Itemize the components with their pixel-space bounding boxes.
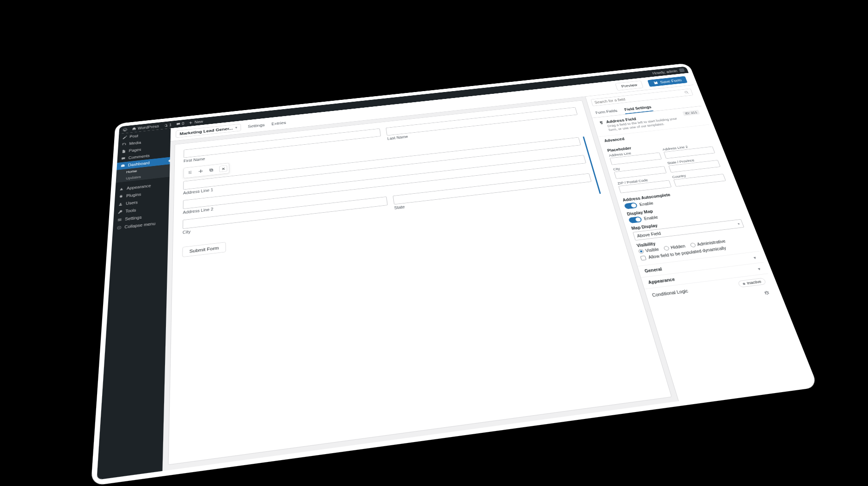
site-name: WordPress bbox=[138, 124, 159, 130]
chevron-down-icon: ▾ bbox=[737, 222, 740, 226]
tab-settings-link[interactable]: Settings bbox=[248, 123, 265, 128]
svg-point-12 bbox=[190, 172, 191, 172]
new-link[interactable]: New bbox=[189, 119, 203, 124]
tab-entries-link[interactable]: Entries bbox=[271, 120, 286, 126]
comments-count: 0 bbox=[182, 121, 184, 125]
save-icon bbox=[653, 80, 659, 85]
visibility-hidden-radio[interactable]: Hidden bbox=[663, 244, 686, 251]
preview-button[interactable]: Preview bbox=[615, 80, 644, 90]
move-icon[interactable] bbox=[196, 167, 205, 175]
svg-rect-2 bbox=[118, 218, 122, 219]
wp-logo[interactable] bbox=[122, 127, 128, 131]
save-form-button[interactable]: Save Form bbox=[648, 76, 688, 86]
drag-handle-icon[interactable] bbox=[186, 168, 195, 176]
wp-sidebar: Post Media Pages Comments Dashboard Home… bbox=[97, 128, 171, 480]
gear-icon[interactable] bbox=[763, 290, 771, 296]
chevron-down-icon: ▾ bbox=[753, 255, 757, 259]
svg-point-17 bbox=[685, 91, 688, 93]
paragraph-icon bbox=[598, 120, 604, 125]
autocomplete-enable-label: Enable bbox=[639, 201, 654, 207]
form-name: Marketing Lead Gener... bbox=[180, 126, 233, 135]
field-id-badge: ID: 211 bbox=[682, 110, 700, 116]
form-canvas: First Name Last Name ✕ Address Line 1 bbox=[168, 100, 672, 465]
svg-point-13 bbox=[189, 173, 190, 174]
new-label: New bbox=[195, 119, 203, 124]
updates-link[interactable]: 1 bbox=[163, 123, 171, 127]
svg-point-5 bbox=[118, 218, 119, 219]
autocomplete-toggle[interactable] bbox=[624, 202, 638, 209]
svg-point-10 bbox=[190, 171, 191, 172]
updates-count: 1 bbox=[169, 123, 171, 126]
display-map-enable-label: Enable bbox=[643, 215, 659, 221]
visibility-visible-radio[interactable]: Visible bbox=[638, 247, 660, 254]
submit-button[interactable]: Submit Form bbox=[182, 242, 226, 257]
svg-point-14 bbox=[190, 173, 191, 174]
chevron-down-icon: ▾ bbox=[235, 126, 237, 129]
comments-link[interactable]: 0 bbox=[176, 121, 184, 126]
howdy-text[interactable]: Howdy, admin bbox=[652, 69, 678, 75]
map-display-value: Above Field bbox=[636, 231, 661, 238]
svg-point-9 bbox=[189, 171, 190, 172]
delete-field-button[interactable]: ✕ bbox=[219, 165, 227, 172]
svg-point-7 bbox=[119, 220, 120, 221]
svg-point-6 bbox=[120, 219, 121, 220]
svg-point-11 bbox=[189, 172, 190, 173]
avatar[interactable] bbox=[679, 68, 685, 72]
svg-point-1 bbox=[120, 203, 121, 204]
chevron-down-icon: ▾ bbox=[758, 266, 761, 271]
duplicate-icon[interactable] bbox=[207, 166, 216, 174]
conditional-logic-status: Inactive bbox=[738, 277, 767, 287]
search-icon bbox=[684, 90, 690, 94]
display-map-toggle[interactable] bbox=[628, 216, 642, 223]
